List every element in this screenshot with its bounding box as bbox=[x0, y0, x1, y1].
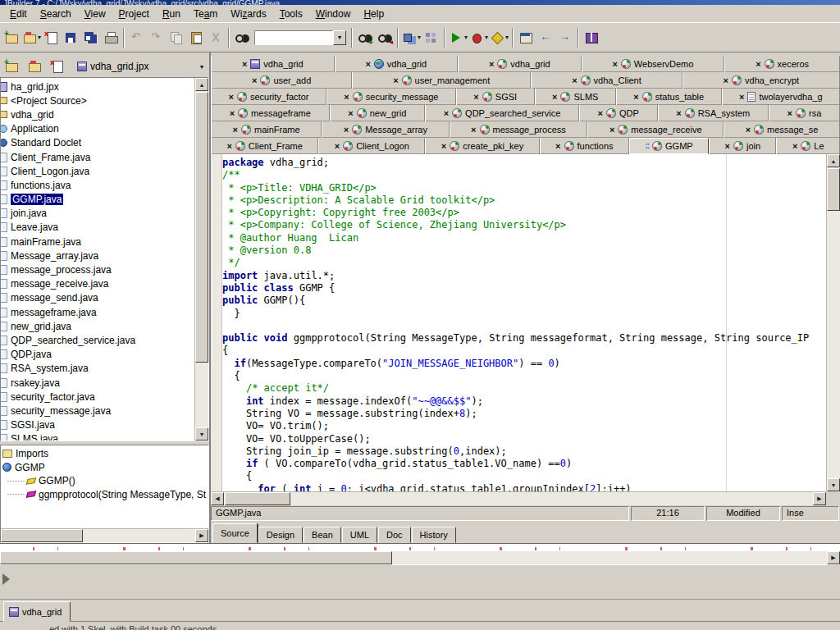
copy-button[interactable] bbox=[167, 28, 186, 48]
bottom-horizontal-scrollbar[interactable]: ▶ bbox=[0, 550, 840, 564]
tab-close-icon[interactable]: × bbox=[788, 109, 792, 117]
tab-close-icon[interactable]: × bbox=[252, 76, 257, 84]
undo-button[interactable] bbox=[127, 28, 147, 48]
tab-close-icon[interactable]: × bbox=[444, 109, 449, 117]
editor-tab-sgsi[interactable]: ×SGSI bbox=[456, 89, 535, 105]
editor-tab-twolayervdha_g[interactable]: ×twolayervdha_g bbox=[722, 89, 840, 105]
tree-item[interactable]: messageframe.java bbox=[0, 305, 194, 319]
message-tab-vdha-grid[interactable]: vdha_grid bbox=[3, 601, 71, 622]
tree-item[interactable]: Client_Frame.java bbox=[0, 150, 194, 164]
editor-tab-rsa[interactable]: ×rsa bbox=[769, 105, 840, 121]
tree-item[interactable]: rsakey.java bbox=[0, 376, 194, 390]
editor-tab-status_table[interactable]: ×status_table bbox=[616, 89, 722, 105]
structure-pane[interactable]: ImportsGGMPGGMP()ggmpprotocol(String Mes… bbox=[0, 445, 209, 543]
editor-tab-xeceros[interactable]: ×xeceros bbox=[724, 56, 840, 72]
find-button[interactable] bbox=[232, 28, 252, 48]
tab-close-icon[interactable]: × bbox=[612, 60, 617, 68]
tree-item[interactable]: RSA_system.java bbox=[0, 362, 194, 376]
tree-item[interactable]: <Project Source> bbox=[0, 94, 194, 107]
scroll-up-icon[interactable]: ▲ bbox=[827, 154, 840, 167]
tab-close-icon[interactable]: × bbox=[441, 142, 446, 150]
tab-close-icon[interactable]: × bbox=[344, 93, 349, 101]
structure-item[interactable]: GGMP bbox=[2, 461, 207, 475]
tree-item[interactable]: security_message.java bbox=[0, 404, 194, 418]
editor-tab-new_grid[interactable]: ×new_grid bbox=[330, 105, 425, 121]
print-button[interactable] bbox=[101, 28, 121, 48]
tab-close-icon[interactable]: × bbox=[739, 93, 744, 101]
editor-tab-qdp_searched_service[interactable]: ×QDP_searched_service bbox=[425, 105, 579, 121]
scrollbar-thumb[interactable] bbox=[827, 168, 840, 211]
tab-close-icon[interactable]: × bbox=[724, 76, 728, 84]
menu-item-team[interactable]: Team bbox=[187, 7, 224, 21]
editor-tab-message_array[interactable]: ×Message_array bbox=[322, 121, 449, 138]
optimize-button[interactable]: ▾ bbox=[489, 28, 509, 48]
add-to-project-button[interactable] bbox=[2, 57, 21, 76]
open-project-button[interactable]: ▾ bbox=[21, 28, 42, 48]
tab-close-icon[interactable]: × bbox=[365, 60, 370, 68]
editor-tab-user_add[interactable]: ×user_add bbox=[211, 72, 352, 89]
tab-close-icon[interactable]: × bbox=[471, 126, 476, 134]
project-selector[interactable]: vdha_grid.jpx bbox=[71, 61, 193, 72]
editor-vertical-scrollbar[interactable]: ▲ ▼ bbox=[826, 154, 840, 491]
run-button[interactable]: ▾ bbox=[448, 28, 468, 48]
grid-button[interactable] bbox=[422, 28, 441, 48]
tab-close-icon[interactable]: × bbox=[393, 76, 398, 84]
tree-item[interactable]: SLMS.java bbox=[0, 432, 194, 441]
forward-button[interactable] bbox=[555, 28, 575, 48]
editor-tab-mainframe[interactable]: ×mainFrame bbox=[211, 121, 322, 138]
tree-item[interactable]: message_process.java bbox=[0, 262, 194, 276]
editor-horizontal-scrollbar[interactable]: ◀ ▶ bbox=[211, 491, 826, 505]
menu-item-run[interactable]: Run bbox=[156, 7, 187, 21]
find-next-button[interactable] bbox=[355, 28, 375, 48]
new-file-button[interactable] bbox=[42, 28, 62, 48]
editor-tab-le[interactable]: ×Le bbox=[776, 138, 840, 154]
editor-tab-client_logon[interactable]: ×Client_Logon bbox=[318, 138, 425, 154]
editor-tab-message_receive[interactable]: ×message_receive bbox=[587, 121, 724, 138]
scrollbar-thumb[interactable] bbox=[225, 492, 290, 505]
redo-button[interactable] bbox=[147, 28, 167, 48]
help-button[interactable] bbox=[582, 28, 601, 48]
structure-item[interactable]: Imports bbox=[2, 447, 207, 461]
menu-item-search[interactable]: Search bbox=[34, 7, 78, 21]
scrollbar-thumb[interactable] bbox=[0, 551, 392, 564]
editor-tab-slms[interactable]: ×SLMS bbox=[535, 89, 616, 105]
menu-item-wizards[interactable]: Wizards bbox=[224, 7, 272, 21]
tab-close-icon[interactable]: × bbox=[633, 93, 638, 101]
active-tab-marker-icon[interactable]: :: bbox=[645, 142, 649, 150]
tree-item[interactable]: security_factor.java bbox=[0, 390, 194, 404]
cut-button[interactable] bbox=[206, 28, 226, 48]
tree-item[interactable]: Standard Doclet bbox=[0, 136, 194, 150]
scroll-down-icon[interactable]: ▼ bbox=[195, 427, 208, 441]
tree-item[interactable]: new_grid.java bbox=[0, 319, 194, 333]
structure-item[interactable]: GGMP() bbox=[2, 474, 207, 488]
tree-item[interactable]: vdha_grid bbox=[0, 107, 194, 121]
scroll-down-icon[interactable]: ▼ bbox=[827, 478, 840, 491]
editor-tab-rsa_system[interactable]: ×RSA_system bbox=[658, 105, 769, 121]
view-tab-uml[interactable]: UML bbox=[342, 527, 377, 543]
back-button[interactable] bbox=[536, 28, 555, 48]
view-tab-design[interactable]: Design bbox=[258, 527, 303, 543]
scroll-right-icon[interactable]: ▶ bbox=[827, 551, 840, 564]
tab-close-icon[interactable]: × bbox=[555, 142, 560, 150]
tab-close-icon[interactable]: × bbox=[756, 60, 760, 68]
search-combobox[interactable]: ▾ bbox=[254, 30, 346, 45]
tab-close-icon[interactable]: × bbox=[725, 142, 730, 150]
editor-tab-client_frame[interactable]: ×Client_Frame bbox=[211, 138, 318, 154]
editor-tab-message_se[interactable]: ×message_se bbox=[724, 121, 840, 138]
tab-close-icon[interactable]: × bbox=[228, 93, 233, 101]
tree-item[interactable]: Application bbox=[0, 122, 194, 136]
editor-tab-ggmp[interactable]: ::GGMP bbox=[629, 138, 709, 154]
new-project-button[interactable] bbox=[2, 28, 21, 48]
editor-tab-webservdemo[interactable]: ×WebservDemo bbox=[582, 56, 725, 72]
editor-tab-vdha_encrypt[interactable]: ×vdha_encrypt bbox=[682, 72, 840, 89]
view-tab-doc[interactable]: Doc bbox=[378, 527, 411, 543]
scroll-right-icon[interactable]: ▶ bbox=[195, 529, 208, 542]
tab-close-icon[interactable]: × bbox=[335, 142, 340, 150]
tree-item[interactable]: Message_array.java bbox=[0, 249, 194, 262]
editor-tab-create_pki_key[interactable]: ×create_pki_key bbox=[425, 138, 539, 154]
tree-item[interactable]: SGSI.java bbox=[0, 418, 194, 432]
paste-button[interactable] bbox=[186, 28, 206, 48]
view-tab-source[interactable]: Source bbox=[212, 523, 258, 543]
search-dropdown-icon[interactable]: ▾ bbox=[333, 30, 346, 45]
tree-item[interactable]: mainFrame.java bbox=[0, 235, 194, 249]
